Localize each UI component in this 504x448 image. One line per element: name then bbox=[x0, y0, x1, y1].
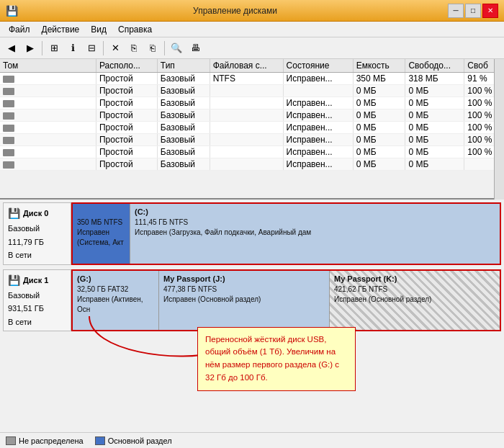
callout-box: Переносной жёсткий диск USB, общий объём… bbox=[197, 327, 356, 391]
table-area: Том Располо... Тип Файловая с... Состоян… bbox=[0, 59, 504, 200]
col-capacity: Емкость bbox=[353, 59, 405, 73]
cell-status: Исправен... bbox=[283, 122, 353, 134]
minimize-button[interactable]: ─ bbox=[448, 4, 464, 18]
scrollbar[interactable] bbox=[494, 59, 504, 200]
diskview-button[interactable]: ⊞ bbox=[45, 40, 63, 57]
disk0-partition-1[interactable]: (C:) 111,45 ГБ NTFS Исправен (Загрузка, … bbox=[130, 204, 500, 264]
cell-free: 0 МБ bbox=[405, 122, 464, 134]
window-icon: 💾 bbox=[6, 5, 18, 17]
menu-view[interactable]: Вид bbox=[85, 23, 112, 36]
disk1-info: 💾 Диск 1 Базовый 931,51 ГБ В сети bbox=[3, 269, 71, 332]
legend-unallocated-box bbox=[6, 436, 16, 445]
cell-type: Базовый bbox=[157, 97, 210, 109]
disk1-partition-1[interactable]: My Passport (J:) 477,38 ГБ NTFS Исправен… bbox=[159, 271, 330, 331]
legend-basic-label: Основной раздел bbox=[108, 436, 172, 445]
disk0-name: Диск 0 bbox=[23, 207, 48, 220]
cell-free: 318 МБ bbox=[405, 73, 464, 85]
disk0-p1-info: Исправен (Загрузка, Файл подкачки, Авари… bbox=[135, 228, 495, 238]
cell-location: Простой bbox=[96, 122, 157, 134]
disk1-container: 💾 Диск 1 Базовый 931,51 ГБ В сети (G:) 3… bbox=[3, 269, 501, 332]
cell-status: Исправен... bbox=[283, 97, 353, 109]
close-button[interactable]: ✕ bbox=[482, 4, 498, 18]
col-free: Свободо... bbox=[405, 59, 464, 73]
delete-button[interactable]: ✕ bbox=[107, 40, 124, 57]
cell-type: Базовый bbox=[157, 122, 210, 134]
table-row[interactable]: Простой Базовый Исправен... 0 МБ 0 МБ bbox=[0, 158, 504, 171]
col-location: Располо... bbox=[96, 59, 157, 73]
disk1-size: 931,51 ГБ bbox=[8, 303, 66, 315]
cell-fs: NTFS bbox=[210, 73, 283, 85]
paste-button[interactable]: ⎗ bbox=[144, 40, 161, 57]
disk1-partition-0[interactable]: (G:) 32,50 ГБ FAT32 Исправен (Активен, О… bbox=[73, 271, 159, 331]
toolbar-separator-1 bbox=[42, 41, 42, 55]
disk0-p0-label bbox=[77, 207, 125, 218]
back-button[interactable]: ◀ bbox=[3, 40, 20, 57]
info-button[interactable]: ℹ bbox=[64, 40, 81, 57]
cell-volume bbox=[0, 122, 96, 134]
cell-volume bbox=[0, 146, 96, 158]
disk-table: Том Располо... Тип Файловая с... Состоян… bbox=[0, 59, 504, 171]
collapse-button[interactable]: ⊟ bbox=[83, 40, 100, 57]
col-type: Тип bbox=[157, 59, 210, 73]
cell-free: 0 МБ bbox=[405, 146, 464, 158]
window-controls[interactable]: ─ □ ✕ bbox=[448, 4, 498, 18]
table-row[interactable]: Простой Базовый 0 МБ 0 МБ 100 % bbox=[0, 85, 504, 97]
cell-fs bbox=[210, 85, 283, 97]
cell-capacity: 0 МБ bbox=[353, 134, 405, 146]
disk1-row: 💾 Диск 1 Базовый 931,51 ГБ В сети (G:) 3… bbox=[3, 269, 501, 332]
table-row[interactable]: Простой Базовый Исправен... 0 МБ 0 МБ 10… bbox=[0, 122, 504, 134]
cell-location: Простой bbox=[96, 146, 157, 158]
disk1-p1-info: Исправен (Основной раздел) bbox=[163, 295, 325, 305]
toolbar: ◀ ▶ ⊞ ℹ ⊟ ✕ ⎘ ⎗ 🔍 🖶 bbox=[0, 37, 504, 59]
disk-icon bbox=[3, 76, 14, 83]
disk1-p1-size: 477,38 ГБ NTFS bbox=[163, 285, 325, 295]
print-button[interactable]: 🖶 bbox=[186, 40, 204, 57]
cell-status bbox=[283, 85, 353, 97]
cell-fs bbox=[210, 122, 283, 134]
disk-view-area: 💾 Диск 0 Базовый 111,79 ГБ В сети 350 МБ… bbox=[0, 200, 504, 432]
disk0-info: 💾 Диск 0 Базовый 111,79 ГБ В сети bbox=[3, 202, 71, 265]
cell-status: Исправен... bbox=[283, 73, 353, 85]
window-title: Управление дисками bbox=[22, 6, 448, 16]
col-volume: Том bbox=[0, 59, 96, 73]
disk1-partitions: (G:) 32,50 ГБ FAT32 Исправен (Активен, О… bbox=[71, 269, 501, 332]
disk1-name: Диск 1 bbox=[23, 274, 48, 287]
cell-status: Исправен... bbox=[283, 109, 353, 122]
cell-status: Исправен... bbox=[283, 146, 353, 158]
menu-bar: Файл Действие Вид Справка bbox=[0, 22, 504, 37]
main-area: Том Располо... Тип Файловая с... Состоян… bbox=[0, 59, 504, 432]
table-row[interactable]: Простой Базовый Исправен... 0 МБ 0 МБ 10… bbox=[0, 134, 504, 146]
cell-type: Базовый bbox=[157, 73, 210, 85]
toolbar-separator-2 bbox=[103, 41, 104, 55]
restore-button[interactable]: □ bbox=[465, 4, 481, 18]
callout-text: Переносной жёсткий диск USB, общий объём… bbox=[205, 335, 339, 382]
menu-action[interactable]: Действие bbox=[36, 23, 86, 36]
disk1-partition-2[interactable]: My Passport (K:) 421,62 ГБ NTFS Исправен… bbox=[330, 271, 500, 331]
disk1-status: В сети bbox=[8, 316, 66, 328]
disk1-p2-info: Исправен (Основной раздел) bbox=[334, 295, 495, 305]
table-row[interactable]: Простой Базовый Исправен... 0 МБ 0 МБ 10… bbox=[0, 146, 504, 158]
menu-file[interactable]: Файл bbox=[3, 23, 36, 36]
table-row[interactable]: Простой Базовый Исправен... 0 МБ 0 МБ 10… bbox=[0, 97, 504, 109]
table-row[interactable]: Простой Базовый NTFS Исправен... 350 МБ … bbox=[0, 73, 504, 85]
forward-button[interactable]: ▶ bbox=[22, 40, 39, 57]
legend-unallocated: Не распределена bbox=[6, 436, 84, 445]
copy-button[interactable]: ⎘ bbox=[125, 40, 143, 57]
cell-capacity: 0 МБ bbox=[353, 109, 405, 122]
table-row[interactable]: Простой Базовый Исправен... 0 МБ 0 МБ 10… bbox=[0, 109, 504, 122]
cell-free: 0 МБ bbox=[405, 109, 464, 122]
disk-icon bbox=[3, 100, 14, 107]
legend-basic: Основной раздел bbox=[95, 436, 172, 445]
menu-help[interactable]: Справка bbox=[112, 23, 158, 36]
cell-type: Базовый bbox=[157, 109, 210, 122]
search-button[interactable]: 🔍 bbox=[168, 40, 185, 57]
disk0-partition-0[interactable]: 350 МБ NTFS Исправен (Система, Акт bbox=[73, 204, 130, 264]
disk1-p2-size: 421,62 ГБ NTFS bbox=[334, 285, 495, 295]
disk-icon bbox=[3, 149, 14, 156]
disk0-p0-size: 350 МБ NTFS bbox=[77, 218, 125, 228]
legend-unallocated-label: Не распределена bbox=[19, 436, 84, 445]
disk1-p2-label: My Passport (K:) bbox=[334, 274, 495, 285]
disk0-p0-info: Исправен (Система, Акт bbox=[77, 228, 125, 248]
disk-icon bbox=[3, 125, 14, 132]
disk-icon bbox=[3, 161, 14, 169]
